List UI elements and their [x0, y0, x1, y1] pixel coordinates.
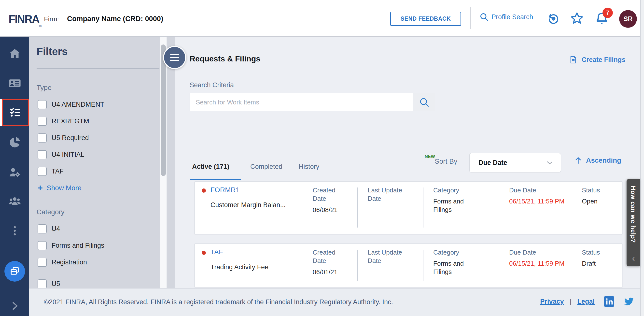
checkbox[interactable]	[38, 100, 47, 109]
work-item-link[interactable]: TAF	[210, 248, 223, 256]
sort-direction-toggle[interactable]: Ascending	[574, 156, 621, 165]
filter-section-category: Category	[36, 208, 64, 216]
filters-collapse-toggle[interactable]	[163, 46, 186, 69]
sort-field-dropdown[interactable]: Due Date	[469, 153, 561, 172]
last-update-cell: Last Update Date	[368, 186, 412, 206]
work-item-title: Trading Activity Fee	[210, 263, 268, 271]
work-item-row: TAF Trading Activity Fee Created Date 06…	[194, 243, 622, 287]
favorites-star-icon[interactable]	[570, 12, 584, 26]
notification-badge: 7	[602, 8, 613, 18]
sidebar-item-home[interactable]	[0, 42, 29, 66]
send-feedback-button[interactable]: SEND FEEDBACK	[390, 12, 461, 26]
sidebar-item-reports[interactable]	[0, 131, 29, 154]
checkbox[interactable]	[38, 224, 47, 233]
twitter-icon[interactable]	[623, 296, 634, 307]
left-nav-sidebar	[0, 37, 29, 316]
created-date-cell: Created Date 06/08/21	[313, 186, 350, 214]
tab-active[interactable]: Active (171)	[192, 163, 230, 171]
sidebar-item-more[interactable]	[0, 219, 29, 242]
main-content: Requests & Filings Create Filings Search…	[175, 37, 641, 288]
tab-history[interactable]: History	[299, 163, 319, 171]
help-widget-tab[interactable]: How can we help? ‹	[626, 179, 640, 266]
filter-option-registration[interactable]: Registration	[38, 258, 87, 267]
checkbox[interactable]	[38, 258, 47, 267]
due-date-cell: Due Date 06/15/21, 11:59 PM	[509, 186, 578, 206]
chevron-right-icon	[9, 300, 20, 311]
checkbox[interactable]	[38, 150, 47, 159]
create-filings-link[interactable]: Create Filings	[569, 55, 626, 64]
checklist-icon	[8, 105, 22, 119]
filters-scrollbar-track[interactable]	[160, 37, 167, 288]
checkbox[interactable]	[38, 167, 47, 176]
checkbox[interactable]	[38, 117, 47, 126]
search-criteria-label: Search Criteria	[190, 81, 234, 89]
hamburger-icon	[170, 54, 179, 55]
last-update-cell: Last Update Date	[368, 248, 412, 268]
filter-section-type: Type	[36, 84, 52, 92]
notifications-bell[interactable]: 7	[595, 12, 612, 29]
sort-by-label: Sort By	[435, 158, 457, 165]
chevron-down-icon	[546, 158, 554, 167]
topbar-divider	[470, 7, 471, 29]
users-group-icon	[8, 195, 21, 208]
tabs-underline	[190, 180, 626, 180]
category-cell: Category Forms and Filings	[433, 186, 482, 214]
sidebar-item-groups[interactable]	[0, 189, 29, 213]
top-bar: FINRA® Firm: Company Name (CRD: 0000) SE…	[0, 0, 644, 37]
checkbox[interactable]	[38, 241, 47, 250]
show-more-link[interactable]: + Show More	[38, 184, 82, 192]
checkbox[interactable]	[38, 279, 47, 288]
app-window: FINRA® Firm: Company Name (CRD: 0000) SE…	[0, 0, 644, 316]
filter-option-u4-initial[interactable]: U4 INITIAL	[38, 150, 84, 159]
home-icon	[8, 47, 21, 61]
sidebar-item-work-items-active[interactable]	[0, 99, 29, 126]
status-dot-icon	[202, 251, 206, 255]
work-item-link[interactable]: FORMR1	[210, 186, 240, 194]
sort-field-value: Due Date	[478, 159, 507, 167]
privacy-link[interactable]: Privacy	[540, 298, 564, 305]
filter-option-u5-required[interactable]: U5 Required	[38, 133, 89, 143]
finra-logo[interactable]: FINRA®	[8, 13, 41, 28]
work-item-row: FORMR1 Customer Margin Balan... Created …	[194, 181, 622, 234]
sidebar-item-profile[interactable]	[0, 72, 29, 95]
created-date-cell: Created Date 06/01/21	[313, 248, 350, 276]
work-item-title: Customer Margin Balan...	[210, 201, 286, 209]
filter-option-u4-amendment[interactable]: U4 AMENDMENT	[38, 100, 104, 109]
work-items-search-input[interactable]	[190, 93, 413, 111]
copyright-text: ©2021 FINRA, All Rights Reserved. FINRA …	[44, 298, 393, 306]
filter-option-u5[interactable]: U5	[38, 279, 60, 288]
status-dot-icon	[202, 188, 206, 193]
multi-window-button[interactable]	[4, 261, 25, 282]
search-submit-button[interactable]	[413, 93, 435, 111]
recently-viewed-icon[interactable]	[547, 12, 560, 26]
footer-separator: |	[570, 298, 571, 305]
profile-search-label: Profile Search	[492, 13, 533, 21]
linkedin-icon[interactable]	[604, 296, 614, 307]
chevron-left-icon: ‹	[626, 254, 640, 263]
sidebar-divider	[0, 292, 29, 292]
filter-option-rexregtm[interactable]: REXREGTM	[38, 117, 89, 126]
legal-link[interactable]: Legal	[577, 298, 595, 305]
user-avatar[interactable]: SR	[619, 10, 637, 28]
page-scrollbar-gutter[interactable]	[640, 0, 644, 316]
filters-panel: Filters Type U4 AMENDMENT REXREGTM U5 Re…	[29, 37, 175, 288]
filter-option-u4[interactable]: U4	[38, 224, 60, 233]
registered-mark: ®	[39, 24, 41, 28]
multi-window-icon	[9, 266, 20, 277]
arrow-up-icon	[574, 156, 582, 165]
search-icon	[479, 12, 489, 22]
profile-search-link[interactable]: Profile Search	[479, 12, 533, 22]
filter-option-forms-and-filings[interactable]: Forms and Filings	[38, 241, 104, 250]
filters-divider	[36, 68, 160, 69]
filter-option-taf[interactable]: TAF	[38, 167, 64, 176]
page-title: Requests & Filings	[190, 54, 260, 63]
sidebar-expand-button[interactable]	[0, 296, 29, 316]
sidebar-item-user-admin[interactable]	[0, 160, 29, 184]
plus-icon: +	[38, 184, 43, 192]
status-cell: Status Draft	[582, 248, 616, 268]
firm-name: Company Name (CRD: 0000)	[67, 15, 163, 23]
checkbox[interactable]	[38, 133, 47, 143]
footer: ©2021 FINRA, All Rights Reserved. FINRA …	[29, 288, 644, 316]
due-date-cell: Due Date 06/15/21, 11:59 PM	[509, 248, 578, 268]
tab-completed[interactable]: Completed	[250, 163, 282, 171]
